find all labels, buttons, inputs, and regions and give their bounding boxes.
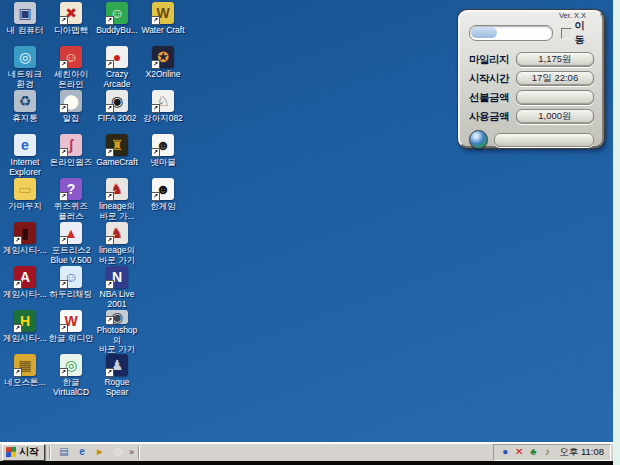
outlook-express-icon[interactable]: ◍ — [111, 445, 125, 459]
desktop-icon-folder-gamauji[interactable]: ▭가마우지 — [2, 178, 48, 222]
desktop-icon-water-craft[interactable]: W↗Water Craft — [140, 2, 186, 46]
desktop-icon-crazy-arcade[interactable]: ●↗Crazy Arcade — [94, 46, 140, 90]
desktop-icon-label: 한글 VirtualCD — [53, 378, 89, 397]
panel-row-value-1: 17일 22:06 — [516, 71, 594, 86]
internet-explorer-icon[interactable]: e — [75, 445, 89, 459]
hangul-wordian-icon: W↗ — [60, 310, 82, 332]
shortcut-arrow-icon: ↗ — [105, 148, 114, 157]
gamecity-1-icon: ▮↗ — [14, 222, 36, 244]
desktop-icon-x2online[interactable]: ✪↗X2Online — [140, 46, 186, 90]
rogue-spear-icon: ♟↗ — [106, 354, 128, 376]
desktop-icon-haduri-chat[interactable]: ☺↗하두리채팅 — [48, 266, 94, 310]
desktop-icon-internet-explorer[interactable]: eInternet Explorer — [2, 134, 48, 178]
shortcut-arrow-icon: ↗ — [59, 148, 68, 157]
panel-row-value-3: 1,000원 — [516, 109, 594, 124]
desktop-icon-gamecity-3[interactable]: H↗게임시티-... — [2, 310, 48, 354]
desktop-icon-gamecraft[interactable]: ♜↗GameCraft — [94, 134, 140, 178]
start-button[interactable]: 시작 — [2, 444, 45, 461]
desktop-icon-label: Internet Explorer — [9, 158, 41, 177]
desktop-icon-label: GameCraft — [96, 158, 138, 168]
desktop-icon-sechinai-online[interactable]: ☺↗세친아이 온라인 — [48, 46, 94, 90]
desktop-icon-dog-082[interactable]: ♘↗강아지082 — [140, 90, 186, 134]
move-checkbox-label: 이동 — [575, 19, 594, 47]
desktop-icon-gamecity-1[interactable]: ▮↗게임시티-... — [2, 222, 48, 266]
netmarble-icon: ☻↗ — [152, 134, 174, 156]
desktop-icon-lineage-shortcut[interactable]: ♞↗lineage의 바로 가... — [94, 178, 140, 222]
show-desktop-icon[interactable]: ▤ — [57, 445, 71, 459]
messenger-tray-icon[interactable]: ♣ — [527, 446, 539, 458]
quicklaunch-overflow-chevron[interactable]: » — [129, 447, 134, 457]
desktop-icon-gamecity-2[interactable]: A↗게임시티-... — [2, 266, 48, 310]
shortcut-arrow-icon: ↗ — [13, 368, 22, 377]
desktop-icon-label: 포트리스2 Blue V.500 — [51, 246, 92, 265]
shortcut-arrow-icon: ↗ — [13, 236, 22, 245]
my-computer-icon: ▣ — [14, 2, 36, 24]
desktop-icon-label: 게임시티-... — [3, 290, 47, 300]
desktop-icon-label: X2Online — [146, 70, 181, 80]
move-checkbox-group[interactable]: 이동 — [561, 19, 594, 47]
desktop-icon-photoshop-shortcut[interactable]: ◉↗Photoshop의 바로 가기 — [94, 310, 140, 354]
shortcut-arrow-icon: ↗ — [151, 104, 160, 113]
desktop-icon-nba-live-2001[interactable]: N↗NBA Live 2001 — [94, 266, 140, 310]
member-id-combobox[interactable] — [469, 25, 553, 41]
media-player-icon[interactable]: ► — [93, 445, 107, 459]
desktop-icon-label: Crazy Arcade — [104, 70, 131, 89]
folder-gamauji-icon: ▭ — [14, 178, 36, 200]
panel-row-value-2 — [516, 90, 594, 105]
alzip-icon: ⬤↗ — [60, 90, 82, 112]
desktop-icon-label: Water Craft — [141, 26, 184, 36]
desktop-icon-label: 퀴즈퀴즈 플러스 — [54, 202, 88, 221]
desktop-icon-label: 디아맵핵 — [54, 26, 88, 36]
nba-live-2001-icon: N↗ — [106, 266, 128, 288]
desktop-icon-online-worms[interactable]: ʃ↗온라인웜즈 — [48, 134, 94, 178]
panel-action-button[interactable] — [494, 133, 594, 147]
antivirus-tray-icon[interactable]: ✕ — [513, 446, 525, 458]
panel-row-label-0: 마일리지 — [469, 53, 514, 67]
shortcut-arrow-icon: ↗ — [151, 60, 160, 69]
shortcut-arrow-icon: ↗ — [105, 60, 114, 69]
desktop-icon-label: Rogue Spear — [104, 378, 129, 397]
shortcut-arrow-icon: ↗ — [151, 16, 160, 25]
desktop-icon-label: 게임시티-... — [3, 246, 47, 256]
desktop-icon-hangame[interactable]: ☻↗한게임 — [140, 178, 186, 222]
desktop-icon-dia-maphack[interactable]: ✖↗디아맵핵 — [48, 2, 94, 46]
crazy-arcade-icon: ●↗ — [106, 46, 128, 68]
windows-flag-icon — [6, 447, 16, 458]
desktop-icon-label: 한글 워디안 — [49, 334, 94, 344]
desktop-icon-fortress2-blue[interactable]: ▲↗포트리스2 Blue V.500 — [48, 222, 94, 266]
desktop-icon-buddybuddy[interactable]: ☺↗BuddyBu... — [94, 2, 140, 46]
desktop-icon-hangul-virtualcd[interactable]: ◎↗한글 VirtualCD — [48, 354, 94, 398]
desktop-icon-neostone[interactable]: ▦↗네오스톤... — [2, 354, 48, 398]
desktop-icon-label: 휴지통 — [12, 114, 38, 124]
dia-maphack-icon: ✖↗ — [60, 2, 82, 24]
desktop-icon-quizquiz-plus[interactable]: ?↗퀴즈퀴즈 플러스 — [48, 178, 94, 222]
desktop-icon-label: 가마우지 — [8, 202, 42, 212]
desktop-icon-rogue-spear[interactable]: ♟↗Rogue Spear — [94, 354, 140, 398]
shortcut-arrow-icon: ↗ — [59, 60, 68, 69]
desktop-icon-my-computer[interactable]: ▣내 컴퓨터 — [2, 2, 48, 46]
desktop-icon-label: FIFA 2002 — [98, 114, 137, 124]
shortcut-arrow-icon: ↗ — [105, 104, 114, 113]
shortcut-arrow-icon: ↗ — [13, 324, 22, 333]
hangame-icon: ☻↗ — [152, 178, 174, 200]
desktop-icon-alzip[interactable]: ⬤↗알집 — [48, 90, 94, 134]
desktop-icon-network-neighborhood[interactable]: ◎네트워크 환경 — [2, 46, 48, 90]
taskbar-separator — [49, 446, 51, 459]
buddybuddy-icon: ☺↗ — [106, 2, 128, 24]
volume-tray-icon[interactable]: ♪ — [541, 446, 553, 458]
desktop-icon-fifa-2002[interactable]: ◉↗FIFA 2002 — [94, 90, 140, 134]
desktop-icon-lineage-shortcut-2[interactable]: ♞↗lineage의 바로 가기 — [94, 222, 140, 266]
water-craft-icon: W↗ — [152, 2, 174, 24]
desktop-icon-label: lineage의 바로 가... — [99, 202, 135, 221]
desktop-icon-hangul-wordian[interactable]: W↗한글 워디안 — [48, 310, 94, 354]
shortcut-arrow-icon: ↗ — [105, 192, 114, 201]
fortress2-blue-icon: ▲↗ — [60, 222, 82, 244]
network-tray-icon[interactable]: ● — [499, 446, 511, 458]
system-tray: ●✕♣♪ 오후 11:08 — [493, 444, 611, 461]
desktop-icon-netmarble[interactable]: ☻↗넷마블 — [140, 134, 186, 178]
billing-panel: Ver. X.X 이동 마일리지1,175원시작시간17일 22:06선불금액사… — [458, 10, 604, 148]
shortcut-arrow-icon: ↗ — [59, 16, 68, 25]
panel-row-label-3: 사용금액 — [469, 110, 514, 124]
move-checkbox[interactable] — [561, 28, 572, 39]
desktop-icon-recycle-bin[interactable]: ♻휴지통 — [2, 90, 48, 134]
